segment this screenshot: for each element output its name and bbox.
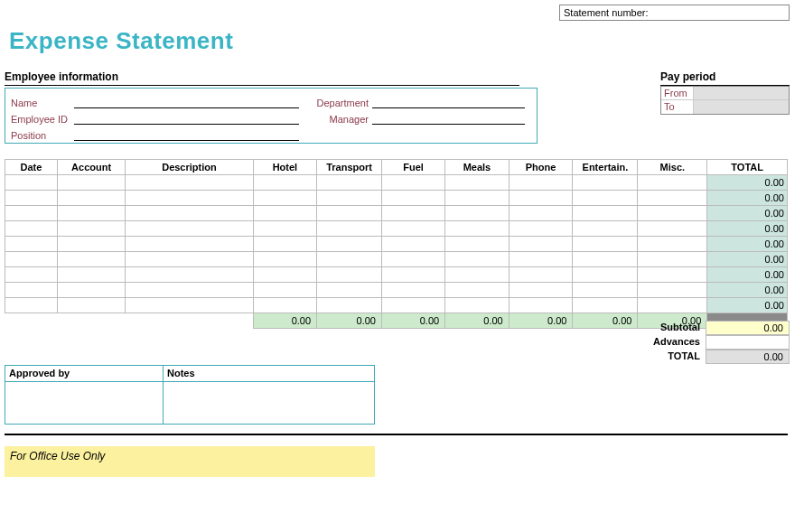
cell[interactable] bbox=[126, 191, 254, 206]
cell[interactable] bbox=[382, 298, 445, 313]
cell[interactable] bbox=[445, 267, 510, 283]
cell[interactable] bbox=[317, 252, 382, 267]
cell[interactable] bbox=[638, 283, 707, 298]
cell[interactable] bbox=[638, 298, 707, 313]
cell[interactable] bbox=[317, 298, 382, 313]
name-input[interactable] bbox=[74, 96, 299, 108]
cell[interactable] bbox=[317, 221, 382, 237]
cell[interactable] bbox=[638, 221, 707, 237]
employee-id-input[interactable] bbox=[74, 112, 299, 125]
cell[interactable] bbox=[445, 298, 510, 313]
cell[interactable] bbox=[638, 175, 707, 191]
cell[interactable] bbox=[253, 191, 316, 206]
cell[interactable] bbox=[57, 267, 125, 283]
cell[interactable] bbox=[573, 267, 638, 283]
cell[interactable] bbox=[509, 191, 573, 206]
notes-input[interactable] bbox=[164, 382, 374, 424]
cell[interactable] bbox=[509, 237, 573, 252]
cell[interactable] bbox=[317, 237, 382, 252]
cell[interactable] bbox=[57, 206, 125, 221]
cell[interactable] bbox=[509, 221, 573, 237]
cell[interactable] bbox=[317, 191, 382, 206]
cell[interactable] bbox=[253, 267, 316, 283]
cell[interactable] bbox=[253, 221, 316, 237]
cell[interactable] bbox=[382, 252, 445, 267]
pay-to-input[interactable] bbox=[693, 100, 789, 114]
cell[interactable] bbox=[445, 252, 510, 267]
cell[interactable] bbox=[638, 237, 707, 252]
cell[interactable] bbox=[445, 175, 510, 191]
cell[interactable] bbox=[5, 237, 58, 252]
cell[interactable] bbox=[253, 298, 316, 313]
cell[interactable] bbox=[253, 237, 316, 252]
cell[interactable] bbox=[126, 283, 254, 298]
cell[interactable] bbox=[57, 298, 125, 313]
cell[interactable] bbox=[253, 175, 316, 191]
cell[interactable] bbox=[57, 237, 125, 252]
position-input[interactable] bbox=[74, 128, 299, 141]
cell[interactable] bbox=[573, 283, 638, 298]
cell[interactable] bbox=[57, 191, 125, 206]
cell[interactable] bbox=[573, 221, 638, 237]
cell[interactable] bbox=[5, 221, 58, 237]
cell[interactable] bbox=[253, 206, 316, 221]
cell[interactable] bbox=[573, 252, 638, 267]
cell[interactable] bbox=[5, 175, 58, 191]
cell[interactable] bbox=[509, 283, 573, 298]
cell[interactable] bbox=[382, 237, 445, 252]
cell[interactable] bbox=[638, 191, 707, 206]
cell[interactable] bbox=[509, 252, 573, 267]
cell[interactable] bbox=[638, 252, 707, 267]
cell[interactable] bbox=[573, 191, 638, 206]
manager-input[interactable] bbox=[372, 112, 525, 125]
cell[interactable] bbox=[126, 252, 254, 267]
cell[interactable] bbox=[382, 175, 445, 191]
cell[interactable] bbox=[126, 267, 254, 283]
cell[interactable] bbox=[57, 283, 125, 298]
cell[interactable] bbox=[5, 252, 58, 267]
cell[interactable] bbox=[317, 283, 382, 298]
cell[interactable] bbox=[445, 206, 510, 221]
pay-from-input[interactable] bbox=[693, 87, 789, 99]
cell[interactable] bbox=[5, 191, 58, 206]
cell[interactable] bbox=[5, 267, 58, 283]
cell[interactable] bbox=[445, 237, 510, 252]
cell[interactable] bbox=[382, 191, 445, 206]
cell[interactable] bbox=[445, 283, 510, 298]
cell[interactable] bbox=[382, 206, 445, 221]
cell[interactable] bbox=[5, 283, 58, 298]
cell[interactable] bbox=[317, 175, 382, 191]
cell[interactable] bbox=[126, 206, 254, 221]
cell[interactable] bbox=[126, 175, 254, 191]
cell[interactable] bbox=[382, 283, 445, 298]
cell[interactable] bbox=[5, 298, 58, 313]
cell[interactable] bbox=[382, 221, 445, 237]
cell[interactable] bbox=[57, 221, 125, 237]
cell[interactable] bbox=[57, 252, 125, 267]
approved-by-input[interactable] bbox=[5, 382, 163, 424]
cell[interactable] bbox=[317, 206, 382, 221]
cell[interactable] bbox=[253, 252, 316, 267]
cell[interactable] bbox=[573, 298, 638, 313]
cell[interactable] bbox=[509, 175, 573, 191]
department-input[interactable] bbox=[372, 96, 525, 108]
cell[interactable] bbox=[509, 206, 573, 221]
cell[interactable] bbox=[573, 206, 638, 221]
cell[interactable] bbox=[253, 283, 316, 298]
cell[interactable] bbox=[445, 191, 510, 206]
cell[interactable] bbox=[382, 267, 445, 283]
cell[interactable] bbox=[126, 298, 254, 313]
cell[interactable] bbox=[509, 298, 573, 313]
cell[interactable] bbox=[126, 221, 254, 237]
cell[interactable] bbox=[5, 206, 58, 221]
cell[interactable] bbox=[445, 221, 510, 237]
cell[interactable] bbox=[638, 206, 707, 221]
cell[interactable] bbox=[57, 175, 125, 191]
cell[interactable] bbox=[573, 237, 638, 252]
cell[interactable] bbox=[638, 267, 707, 283]
cell[interactable] bbox=[126, 237, 254, 252]
advances-value[interactable] bbox=[706, 335, 790, 350]
cell[interactable] bbox=[317, 267, 382, 283]
cell[interactable] bbox=[509, 267, 573, 283]
cell[interactable] bbox=[573, 175, 638, 191]
